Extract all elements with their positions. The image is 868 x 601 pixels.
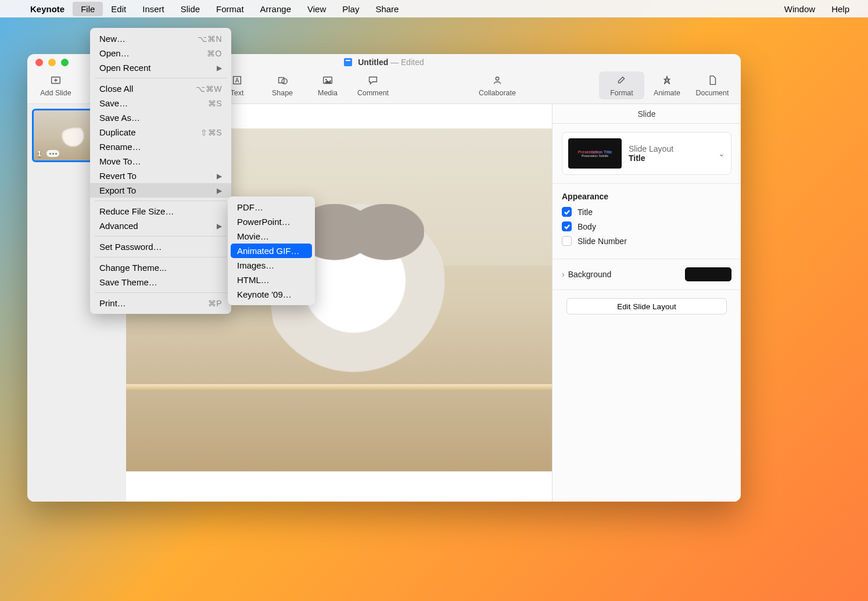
submenu-item-powerpoint[interactable]: PowerPoint… (228, 214, 315, 229)
toolbar-label: Document (696, 89, 729, 97)
shortcut: ⌥⌘W (196, 84, 222, 94)
checkbox-slidenum[interactable]: Slide Number (562, 236, 731, 246)
disclosure-icon: › (562, 270, 565, 279)
menu-item-revert-to[interactable]: Revert To▶ (90, 169, 231, 183)
submenu-item-pdf[interactable]: PDF… (228, 200, 315, 214)
inspector-tab-slide[interactable]: Slide (553, 104, 741, 124)
menubar-app[interactable]: Keynote (22, 2, 73, 16)
menu-item-change-theme[interactable]: Change Theme... (90, 260, 231, 275)
background-label: Background (568, 270, 612, 279)
file-menu: New…⌥⌘NOpen…⌘OOpen Recent▶Close All⌥⌘WSa… (90, 28, 231, 314)
menubar-edit[interactable]: Edit (103, 2, 134, 16)
menu-item-save-as[interactable]: Save As… (90, 110, 231, 125)
shortcut: ⌘P (208, 299, 222, 308)
menu-item-export-to[interactable]: Export To▶ (90, 183, 231, 198)
menu-item-open-recent[interactable]: Open Recent▶ (90, 60, 231, 75)
edit-slide-layout-button[interactable]: Edit Slide Layout (566, 298, 727, 314)
comment-button[interactable]: Comment (350, 74, 396, 97)
menubar-help[interactable]: Help (823, 2, 858, 16)
slide-options-icon[interactable] (46, 150, 59, 157)
submenu-item-html[interactable]: HTML… (228, 273, 315, 287)
menu-item-label: Save… (99, 98, 128, 108)
menu-item-label: Save Theme… (99, 277, 157, 287)
toolbar-label: Add Slide (40, 89, 71, 97)
menu-item-label: Keynote '09… (237, 289, 292, 299)
menu-item-duplicate[interactable]: Duplicate⇧⌘S (90, 125, 231, 139)
shape-button[interactable]: Shape (260, 74, 305, 97)
menubar-slide[interactable]: Slide (173, 2, 208, 16)
toolbar-label: Media (318, 89, 338, 97)
menubar-format[interactable]: Format (208, 2, 252, 16)
submenu-item-animated-gif[interactable]: Animated GIF… (231, 244, 312, 258)
format-button[interactable]: Format (599, 71, 644, 99)
menu-item-label: HTML… (237, 275, 270, 285)
menubar-play[interactable]: Play (334, 2, 367, 16)
menu-item-label: Advanced (99, 221, 138, 231)
submenu-arrow-icon: ▶ (217, 222, 222, 230)
menu-item-move-to[interactable]: Move To… (90, 154, 231, 169)
menubar-file[interactable]: File (73, 2, 103, 16)
collaborate-button[interactable]: Collaborate (475, 74, 520, 97)
menu-item-reduce-file-size[interactable]: Reduce File Size… (90, 204, 231, 219)
background-row[interactable]: ›Background (562, 267, 731, 281)
document-icon (344, 58, 352, 66)
menu-item-print[interactable]: Print…⌘P (90, 296, 231, 310)
add-slide-button[interactable]: Add Slide (33, 74, 78, 97)
checkbox-icon (562, 207, 572, 217)
svg-rect-10 (279, 77, 284, 83)
checkbox-body[interactable]: Body (562, 221, 731, 231)
menu-item-label: Close All (99, 84, 133, 94)
checkbox-label: Title (578, 208, 593, 217)
menu-item-save-theme[interactable]: Save Theme… (90, 275, 231, 289)
menu-item-open[interactable]: Open…⌘O (90, 46, 231, 60)
menu-item-rename[interactable]: Rename… (90, 139, 231, 154)
submenu-item-movie[interactable]: Movie… (228, 229, 315, 244)
menu-item-label: PowerPoint… (237, 217, 290, 227)
menu-item-label: Duplicate (99, 127, 136, 137)
animate-button[interactable]: Animate (644, 74, 690, 97)
export-to-submenu: PDF…PowerPoint…Movie…Animated GIF…Images… (228, 196, 315, 305)
chevron-down-icon: ⌄ (718, 149, 725, 158)
menubar-insert[interactable]: Insert (134, 2, 173, 16)
menu-item-label: Open Recent (99, 63, 150, 73)
menu-item-set-password[interactable]: Set Password… (90, 239, 231, 254)
submenu-item-images[interactable]: Images… (228, 258, 315, 273)
menu-item-label: Reduce File Size… (99, 206, 174, 216)
layout-value: Title (629, 153, 711, 163)
menu-item-label: Print… (99, 298, 126, 308)
menubar-share[interactable]: Share (367, 2, 407, 16)
menu-item-label: New… (99, 34, 125, 44)
menubar-window[interactable]: Window (776, 2, 823, 16)
checkbox-icon (562, 221, 572, 231)
menu-item-label: Open… (99, 48, 130, 58)
menubar-arrange[interactable]: Arrange (252, 2, 299, 16)
toolbar-label: Format (610, 89, 633, 97)
submenu-arrow-icon: ▶ (217, 172, 222, 180)
menubar-view[interactable]: View (299, 2, 334, 16)
window-status: — Edited (390, 58, 424, 67)
checkbox-title[interactable]: Title (562, 207, 731, 217)
toolbar-label: Comment (357, 89, 389, 97)
media-button[interactable]: Media (305, 74, 350, 97)
toolbar-label: Animate (654, 89, 680, 97)
submenu-item-keynote-09[interactable]: Keynote '09… (228, 287, 315, 302)
menu-item-close-all[interactable]: Close All⌥⌘W (90, 81, 231, 96)
shortcut: ⌥⌘N (198, 34, 222, 44)
svg-point-11 (282, 78, 287, 84)
background-color-swatch[interactable] (685, 267, 731, 281)
menu-item-label: Set Password… (99, 242, 162, 252)
toolbar-label: Text (231, 89, 244, 97)
menu-item-save[interactable]: Save…⌘S (90, 96, 231, 110)
checkbox-label: Body (578, 222, 596, 231)
menu-item-label: Images… (237, 260, 274, 270)
slide-layout-selector[interactable]: Presentation TitlePresentation Subtitle … (562, 132, 731, 175)
menu-item-advanced[interactable]: Advanced▶ (90, 219, 231, 233)
menu-item-label: Animated GIF… (237, 246, 300, 256)
document-button[interactable]: Document (690, 74, 735, 97)
svg-marker-15 (664, 76, 669, 84)
shortcut: ⌘O (207, 49, 222, 58)
slide-number: 1 (37, 149, 41, 158)
system-menubar: Keynote File Edit Insert Slide Format Ar… (0, 0, 868, 17)
appearance-heading: Appearance (562, 192, 731, 201)
menu-item-new[interactable]: New…⌥⌘N (90, 31, 231, 46)
